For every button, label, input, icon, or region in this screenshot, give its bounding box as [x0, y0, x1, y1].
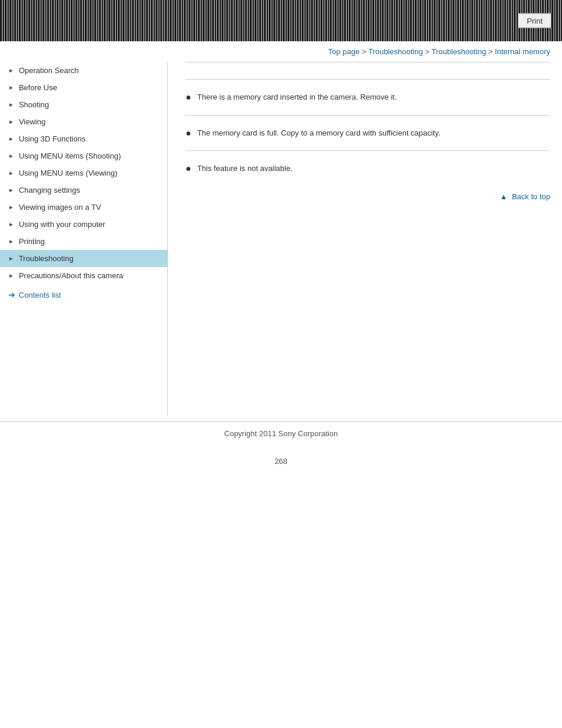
breadcrumb-troubleshooting1[interactable]: Troubleshooting — [368, 47, 423, 56]
bullet-text: This feature is not available. — [197, 163, 293, 174]
sidebar-arrow-icon: ► — [8, 84, 14, 91]
sidebar-arrow-icon: ► — [8, 187, 14, 193]
sidebar-item-10[interactable]: ► Printing — [0, 233, 167, 250]
breadcrumb-troubleshooting2[interactable]: Troubleshooting — [431, 47, 486, 56]
sidebar-arrow-icon: ► — [8, 238, 14, 245]
sidebar-arrow-icon: ► — [8, 204, 14, 210]
sidebar-item-label[interactable]: Using with your computer — [19, 220, 105, 229]
back-to-top-link[interactable]: ▲ Back to top — [500, 192, 550, 201]
copyright-text: Copyright 2011 Sony Corporation — [224, 429, 338, 438]
sidebar-arrow-icon: ► — [8, 67, 14, 74]
header-bar: Print — [0, 0, 562, 41]
sidebar-item-4[interactable]: ► Using 3D Functions — [0, 130, 167, 147]
sidebar-arrow-icon: ► — [8, 221, 14, 228]
contents-list-label[interactable]: Contents list — [19, 291, 61, 299]
sidebar-item-9[interactable]: ► Using with your computer — [0, 216, 167, 233]
breadcrumb-sep2: > — [425, 47, 432, 56]
breadcrumb-top-page[interactable]: Top page — [328, 47, 360, 56]
breadcrumb-sep1: > — [362, 47, 368, 56]
contents-list-link[interactable]: ➔ Contents list — [0, 284, 167, 305]
sidebar-item-2[interactable]: ► Shooting — [0, 96, 167, 113]
sidebar-arrow-icon: ► — [8, 153, 14, 159]
sidebar: ► Operation Search ► Before Use ► Shooti… — [0, 62, 168, 416]
content-section-3: ● The memory card is full. Copy to a mem… — [186, 115, 550, 151]
page-number: 268 — [0, 445, 562, 472]
content-section-2: ● There is a memory card inserted in the… — [186, 79, 550, 115]
sidebar-item-label[interactable]: Using MENU items (Viewing) — [19, 169, 117, 177]
footer: Copyright 2011 Sony Corporation — [0, 421, 562, 445]
content-section-1 — [186, 62, 550, 79]
breadcrumb-internal-memory[interactable]: Internal memory — [495, 47, 550, 56]
bullet-item: ● This feature is not available. — [186, 163, 550, 174]
sidebar-item-label[interactable]: Precautions/About this camera — [19, 271, 123, 280]
sidebar-item-5[interactable]: ► Using MENU items (Shooting) — [0, 147, 167, 164]
sidebar-item-3[interactable]: ► Viewing — [0, 113, 167, 130]
sidebar-item-8[interactable]: ► Viewing images on a TV — [0, 199, 167, 216]
sidebar-item-label[interactable]: Using 3D Functions — [19, 134, 85, 143]
sidebar-item-label[interactable]: Using MENU items (Shooting) — [19, 151, 121, 160]
sidebar-arrow-icon: ► — [8, 272, 14, 279]
content-area: ● There is a memory card inserted in the… — [168, 62, 562, 416]
sidebar-item-label[interactable]: Changing settings — [19, 186, 80, 195]
main-layout: ► Operation Search ► Before Use ► Shooti… — [0, 62, 562, 416]
sidebar-arrow-icon: ► — [8, 118, 14, 125]
contents-list-arrow-icon: ➔ — [8, 290, 15, 299]
bullet-text: There is a memory card inserted in the c… — [197, 91, 397, 103]
bullet-item: ● The memory card is full. Copy to a mem… — [186, 127, 550, 139]
sidebar-item-label[interactable]: Before Use — [19, 83, 57, 92]
sidebar-item-label[interactable]: Viewing — [19, 117, 45, 126]
breadcrumb-sep3: > — [488, 47, 495, 56]
sidebar-item-label[interactable]: Printing — [19, 237, 45, 246]
sidebar-item-label[interactable]: Troubleshooting — [19, 254, 74, 263]
sidebar-arrow-icon: ► — [8, 101, 14, 108]
sidebar-item-7[interactable]: ► Changing settings — [0, 182, 167, 199]
sidebar-item-1[interactable]: ► Before Use — [0, 79, 167, 96]
bullet-text: The memory card is full. Copy to a memor… — [197, 127, 441, 139]
sidebar-item-12[interactable]: ► Precautions/About this camera — [0, 267, 167, 284]
bullet-icon: ● — [186, 91, 191, 103]
back-to-top-label: Back to top — [512, 192, 550, 201]
breadcrumb: Top page > Troubleshooting > Troubleshoo… — [0, 41, 562, 62]
sidebar-item-label[interactable]: Shooting — [19, 100, 49, 109]
back-to-top: ▲ Back to top — [186, 186, 550, 207]
content-section-4: ● This feature is not available. — [186, 150, 550, 186]
sidebar-arrow-icon: ► — [8, 170, 14, 176]
sidebar-arrow-icon: ► — [8, 136, 14, 142]
sidebar-item-6[interactable]: ► Using MENU items (Viewing) — [0, 164, 167, 182]
sidebar-arrow-icon: ► — [8, 255, 14, 262]
back-to-top-icon: ▲ — [500, 192, 507, 201]
bullet-item: ● There is a memory card inserted in the… — [186, 91, 550, 103]
bullet-icon: ● — [186, 127, 191, 139]
print-button[interactable]: Print — [518, 14, 551, 28]
sidebar-item-0[interactable]: ► Operation Search — [0, 62, 167, 79]
sidebar-item-label[interactable]: Operation Search — [19, 66, 79, 75]
bullet-icon: ● — [186, 163, 191, 174]
sidebar-item-label[interactable]: Viewing images on a TV — [19, 203, 101, 212]
sidebar-item-11[interactable]: ► Troubleshooting — [0, 250, 167, 267]
